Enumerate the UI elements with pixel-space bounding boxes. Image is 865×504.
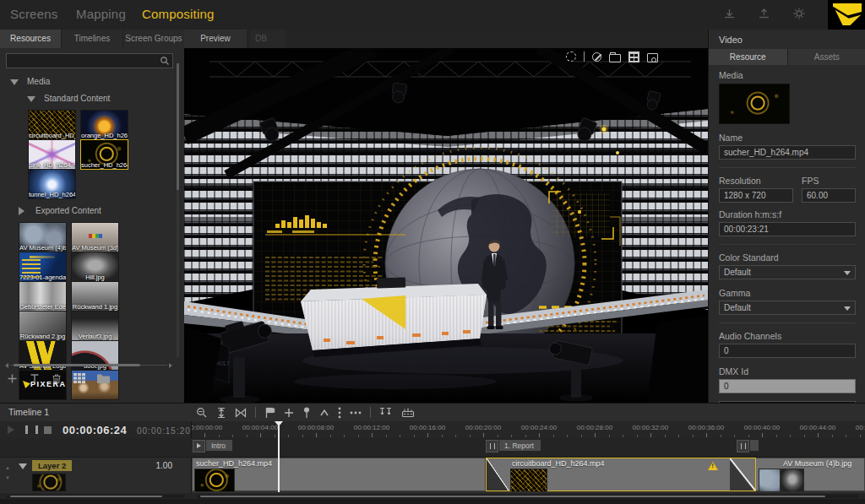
cue-intro[interactable]: Intro [193,440,232,451]
track-opacity-value[interactable]: 1.00 [156,461,172,470]
orbit-view-icon[interactable] [566,51,576,62]
disable-overlay-icon[interactable] [592,52,601,62]
media-thumbnail[interactable] [719,84,790,124]
nav-compositing[interactable]: Compositing [142,7,215,21]
scrollbar-thumb[interactable] [177,63,179,190]
play-button[interactable] [8,425,14,434]
thumbnail-rueckwand-2[interactable]: Rückwand 2.jpg [19,311,67,341]
zoom-out-icon[interactable] [196,407,208,419]
transition-icon[interactable] [235,408,247,418]
track-reorder-icons[interactable]: ▲▼ [5,463,10,483]
thumbnail-hill[interactable]: Hill.jpg [71,252,119,282]
thumbnail-pink[interactable]: pink_HD_h264.mp [28,139,76,170]
add-resource-icon[interactable] [7,373,18,384]
chevron-down-icon[interactable] [10,79,19,85]
play-cue-icon[interactable] [193,440,205,453]
clip-sucher[interactable]: sucher_HD_h264.mp4 [192,458,486,491]
tab-assets[interactable]: Assets [788,49,865,65]
control-surface-icon[interactable] [401,407,415,418]
camera-view-icon[interactable] [647,53,658,62]
resolution-input[interactable]: 1280 x 720 [719,188,793,203]
clips-scrollbar[interactable] [197,495,858,498]
scroll-left-icon[interactable] [5,363,8,368]
pause-cue-icon[interactable] [737,440,749,453]
stop-button[interactable] [44,426,52,434]
tab-preview[interactable]: Preview [184,30,247,48]
cue-flag-icon[interactable] [264,407,275,419]
duration-input[interactable]: 00:00:23:21 [719,222,856,236]
upload-icon[interactable] [758,8,770,20]
tab-timelines[interactable]: Timelines [62,30,122,48]
search-icon [160,56,170,66]
clip-circuitboard[interactable]: circuitboard_HD_h264.mp4 [486,458,756,491]
audio-channels-input[interactable]: 0 [719,344,856,358]
thumbnail-rueckwand-1[interactable]: Rückwand 1.jpg [71,281,119,312]
preview-viewport[interactable]: LIFE HOLT [184,48,708,403]
pause-button[interactable] [25,425,38,434]
collapse-icon[interactable] [319,409,329,417]
tree-standard-content[interactable]: Standard Content [0,91,177,106]
playhead[interactable] [278,421,280,492]
tab-db[interactable]: DB [250,30,286,48]
audio-channels-label: Audio Channels [719,331,856,341]
tree-exported-content[interactable]: Exported Content [0,203,177,219]
gamma-label: Gamma [719,288,856,298]
vertical-scrollbar[interactable] [177,63,179,357]
tab-screen-groups[interactable]: Screen Groups [123,30,184,48]
chevron-right-icon[interactable] [19,207,24,215]
track-clips-area[interactable]: sucher_HD_h264.mp4 circuitboard_HD_h264.… [192,457,865,493]
gamma-select[interactable]: Default [719,301,856,315]
download-icon[interactable] [723,8,736,20]
timeline-title[interactable]: Timeline 1 [8,407,49,417]
more-horizontal-icon[interactable] [350,411,362,415]
name-input[interactable]: sucher_HD_h264.mp4 [719,145,856,160]
tab-resources[interactable]: Resources [0,30,61,48]
fade-in-handle[interactable] [487,458,509,490]
gear-icon[interactable] [792,7,806,20]
chevron-down-icon [844,306,851,311]
nav-mapping[interactable]: Mapping [76,7,126,21]
thumbnail-av-museum-4b[interactable]: AV Museum (4)b.. [19,222,67,252]
track-name[interactable]: Layer 2 [32,460,72,471]
clip-av-museum[interactable]: AV Museum (4)b.jpg [756,458,865,491]
cue-report[interactable]: 1. Report [486,440,541,451]
add-icon[interactable] [284,408,294,418]
timeline-ruler[interactable]: 00:00:00:0000:00:04:0000:00:08:0000:00:1… [192,421,865,438]
scrollbar-thumb[interactable] [14,364,140,366]
grid-view-icon[interactable] [73,373,85,383]
thumbnail-orange[interactable]: orange_HD_h264.. [80,110,128,140]
crossfade-handle[interactable] [730,458,755,490]
more-vertical-icon[interactable] [338,407,341,419]
folder-icon[interactable] [609,54,621,62]
add-text-icon[interactable] [30,373,40,383]
dmx-id-input[interactable]: 0 [719,379,856,393]
marker-pin-icon[interactable] [302,407,311,419]
ruler-label: 00:00:00:00 [192,424,222,431]
fit-vertical-icon[interactable] [216,407,226,419]
grid-toggle-icon[interactable] [628,51,639,62]
chevron-down-icon[interactable] [19,463,27,469]
timeline-toolbar [196,406,415,419]
nav-screens[interactable]: Screens [10,7,57,21]
pause-cue-icon[interactable] [486,440,498,453]
scroll-right-icon[interactable] [169,363,172,368]
tab-resource[interactable]: Resource [709,49,787,65]
search-input[interactable] [6,53,173,68]
thumbnail-verlauf3[interactable]: Verlauf3.jpg [71,311,119,341]
thumbnail-tunnel[interactable]: tunnel_HD_h264.. [28,169,76,199]
delete-icon[interactable] [52,373,62,384]
thumbnail-circuitboard[interactable]: circuitboard_HD_.. [28,110,76,140]
fps-input[interactable]: 60.00 [802,188,856,203]
track-filter-icon[interactable] [379,407,393,418]
track-scrollbar[interactable] [7,495,184,498]
thumbnail-agenda[interactable]: 7223-01-agenda-.. [19,252,67,282]
color-standard-select[interactable]: Default [719,265,856,279]
thumbnail-sucher-selected[interactable]: sucher_HD_h264.. [80,139,128,170]
thumbnail-gebuersteter[interactable]: Gebürsteter Edel.. [19,281,67,312]
chevron-down-icon[interactable] [27,96,35,102]
horizontal-scrollbar[interactable] [5,363,172,367]
folder-icon[interactable] [97,373,110,383]
tree-media[interactable]: Media [0,74,177,89]
cue-unnamed[interactable] [737,440,759,451]
thumbnail-av-museum-3d[interactable]: AV Museum (3d).. [71,222,119,252]
